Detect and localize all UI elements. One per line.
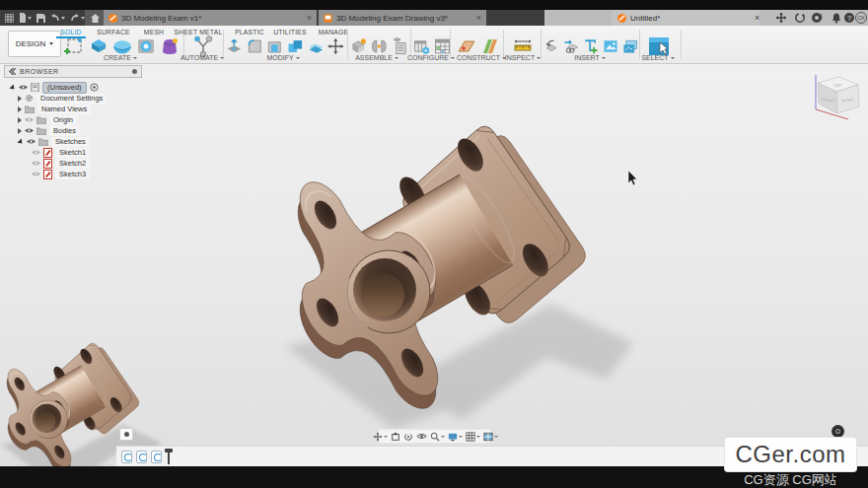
new-file-button[interactable] [19, 13, 32, 23]
navigation-bar [378, 429, 492, 444]
orbit-icon[interactable] [403, 432, 413, 442]
browser-item-label[interactable]: Named Views [37, 105, 91, 114]
fusion-logo-icon [617, 14, 626, 23]
browser-item-label[interactable]: Sketches [51, 137, 90, 147]
focus-dot-icon[interactable] [90, 83, 99, 92]
visibility-eye-icon[interactable] [27, 138, 36, 145]
browser-header[interactable]: BROWSER [4, 65, 142, 78]
create-group-label[interactable]: CREATE [76, 54, 165, 61]
viewports-icon[interactable] [483, 432, 498, 442]
title-bar: 3D Modeling Exam v1* × 3D Modeling Exam … [0, 10, 868, 26]
folder-icon [36, 127, 46, 135]
watermark-box: CGer.com [725, 438, 856, 471]
collapsed-icon[interactable] [18, 128, 22, 134]
browser-row-document-settings[interactable]: Document Settings [4, 93, 142, 104]
collapsed-icon[interactable] [18, 106, 22, 112]
document-tab-active[interactable]: Untitled* [612, 10, 760, 26]
browser-row-origin[interactable]: Origin [4, 114, 142, 125]
timeline-expand-button[interactable] [119, 428, 133, 441]
drawing-doc-icon [324, 14, 332, 23]
redo-button[interactable] [70, 14, 85, 22]
document-tab-1[interactable]: 3D Modeling Exam v1* × [104, 10, 317, 26]
3d-viewport[interactable]: TOP FRONT RIGHT BROWSER (Unsaved) [0, 64, 868, 466]
browser-root-row[interactable]: (Unsaved) [4, 82, 142, 93]
settings-gear-icon [25, 94, 34, 103]
view-cube[interactable]: TOP FRONT RIGHT [816, 75, 859, 119]
mouse-cursor [628, 171, 637, 185]
expand-icon[interactable] [9, 84, 16, 91]
browser-row-sketch3[interactable]: Sketch3 [4, 169, 142, 179]
close-tab-icon[interactable]: × [307, 14, 312, 22]
browser-item-label[interactable]: Sketch1 [55, 148, 90, 158]
job-count-badge: 1 [820, 13, 823, 19]
toolbar-ribbon: DESIGN SOLID SURFACE MESH SHEET METAL PL… [0, 26, 868, 64]
document-tab-label: 3D Modeling Exam v1* [121, 14, 303, 23]
sketch-icon [43, 170, 52, 179]
browser-item-label[interactable]: Bodies [49, 126, 80, 136]
folder-icon [38, 138, 48, 146]
svg-text:?: ? [847, 14, 851, 23]
visibility-eye-icon[interactable] [32, 171, 40, 177]
document-icon [31, 83, 39, 92]
home-tab-button[interactable] [85, 10, 105, 26]
app-grid-icon[interactable] [5, 14, 14, 23]
timeline-feature-sketch2[interactable] [136, 451, 147, 463]
pan-icon[interactable] [373, 432, 388, 442]
close-tab-icon[interactable]: × [476, 14, 481, 22]
grid-display-icon[interactable] [466, 432, 480, 442]
fit-view-icon[interactable] [391, 432, 400, 442]
user-avatar[interactable]: CK [855, 12, 867, 24]
fusion-logo-icon [108, 14, 117, 23]
root-document-label[interactable]: (Unsaved) [42, 82, 87, 94]
browser-item-label[interactable]: Sketch2 [55, 159, 90, 169]
select-group-label[interactable]: SELECT [614, 54, 702, 61]
visibility-eye-icon[interactable] [32, 149, 40, 156]
visibility-eye-icon[interactable] [25, 127, 34, 134]
browser-title: BROWSER [20, 68, 128, 75]
letterbox-top [0, 0, 868, 10]
folder-icon [25, 105, 35, 113]
document-tab-label: Untitled* [630, 14, 660, 23]
panel-dot-icon[interactable] [132, 69, 137, 74]
viewcube-top-label[interactable]: TOP [832, 83, 841, 89]
collapse-panel-icon[interactable] [9, 68, 16, 75]
browser-item-label[interactable]: Sketch3 [55, 170, 90, 179]
modify-group-label[interactable]: MODIFY [239, 54, 327, 61]
help-icon[interactable]: ? [843, 12, 855, 24]
browser-row-sketch1[interactable]: Sketch1 [4, 147, 142, 158]
sketch-icon [43, 148, 52, 158]
watermark-text: CGer.com [735, 441, 845, 468]
browser-item-label[interactable]: Origin [49, 115, 77, 125]
look-at-icon[interactable] [416, 432, 427, 441]
browser-row-named-views[interactable]: Named Views [4, 104, 142, 114]
sync-status-icon[interactable] [794, 12, 806, 24]
watermark-logo-icon [832, 425, 844, 438]
expand-icon[interactable] [17, 138, 24, 145]
sketch-icon [43, 159, 52, 169]
notifications-bell-icon[interactable] [831, 12, 842, 24]
save-button[interactable] [36, 14, 45, 23]
timeline-feature-sketch1[interactable] [121, 451, 132, 463]
close-tab-icon[interactable]: × [755, 13, 760, 23]
undo-button[interactable] [50, 14, 65, 22]
window-quick-icons [0, 10, 85, 26]
titlebar-right-zone: Untitled* × 1 ? CK [544, 10, 868, 26]
timeline-playhead[interactable] [168, 450, 170, 464]
visibility-eye-icon[interactable] [32, 160, 40, 167]
browser-row-sketches[interactable]: Sketches [4, 136, 142, 147]
browser-row-sketch2[interactable]: Sketch2 [4, 158, 142, 169]
visibility-eye-icon[interactable] [19, 84, 28, 91]
document-tab-2[interactable]: 3D Modeling Exam Drawing v3* × [319, 10, 486, 26]
browser-row-bodies[interactable]: Bodies [4, 125, 142, 136]
collapsed-icon[interactable] [18, 96, 22, 102]
zoom-icon[interactable] [430, 432, 445, 442]
timeline-feature-sketch3[interactable] [151, 451, 162, 463]
document-tab-label: 3D Modeling Exam Drawing v3* [336, 14, 472, 23]
browser-panel: BROWSER (Unsaved) Document Settings Name… [4, 65, 142, 179]
main-3d-model[interactable] [285, 126, 633, 429]
browser-item-label[interactable]: Document Settings [36, 94, 107, 104]
visibility-eye-icon[interactable] [25, 116, 34, 123]
extensions-icon[interactable] [775, 12, 787, 24]
display-settings-icon[interactable] [448, 432, 463, 442]
collapsed-icon[interactable] [18, 117, 22, 123]
